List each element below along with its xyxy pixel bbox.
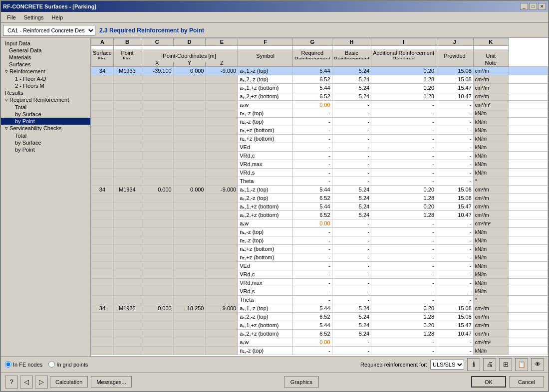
radio-fe-nodes-input[interactable] [5, 361, 11, 368]
data-table-area[interactable]: A B C D E F G H I J K [91, 38, 548, 356]
sidebar-item-total[interactable]: Total [1, 104, 90, 111]
cell-surface-no [91, 219, 114, 228]
table-row[interactable]: aₛ,2,-z (top)6.525.241.2815.08cm²/m [91, 75, 548, 84]
sidebar-item-by-point-2[interactable]: by Point [1, 146, 90, 153]
export-button[interactable]: 📋 [515, 358, 528, 371]
calculation-button[interactable]: Calculation [50, 376, 88, 388]
radio-fe-nodes[interactable]: In FE nodes [5, 361, 42, 368]
cell-surface-no [91, 245, 114, 253]
table-row[interactable]: VEd----kN/m [91, 262, 548, 270]
cell-note [508, 202, 548, 211]
sidebar-item-surfaces[interactable]: Surfaces [1, 61, 90, 68]
table-row[interactable]: aₛ,2,-z (top)6.525.241.2815.08cm²/m [91, 313, 548, 321]
table-row[interactable]: n₂,-z (top)----kN/m [91, 118, 548, 126]
cell-point-no [113, 109, 141, 118]
table-row[interactable]: n₂,-z (top)----kN/m [91, 236, 548, 245]
table-row[interactable]: n₂,+z (bottom)----kN/m [91, 253, 548, 262]
table-row[interactable]: aₛw0.00---cm²/m² [91, 338, 548, 347]
cell-basic-reinforcement: 5.24 [332, 304, 371, 313]
cell-req-reinforcement: 5.44 [293, 321, 332, 330]
table-row[interactable]: aₛ,1,+z (bottom)5.445.240.2015.47cm²/m [91, 321, 548, 330]
radio-grid-points[interactable]: In grid points [48, 361, 88, 368]
cell-basic-reinforcement: 5.24 [332, 202, 371, 211]
sidebar-item-input-data[interactable]: Input Data [1, 40, 90, 47]
table-row[interactable]: n₁,-z (top)----kN/m [91, 228, 548, 236]
footer-center: Calculation Messages... [50, 376, 132, 388]
sidebar-item-general-data[interactable]: General Data [1, 47, 90, 54]
cell-x [141, 262, 173, 270]
table-row[interactable]: n₁,+z (bottom)----kN/m [91, 245, 548, 253]
table-row[interactable]: aₛw0.00---cm²/m² [91, 101, 548, 109]
table-row[interactable]: aₛ,2,+z (bottom)6.525.241.2810.47cm²/m [91, 92, 548, 101]
table-row[interactable]: VRd,c----kN/m [91, 270, 548, 279]
close-button[interactable]: ✕ [538, 3, 546, 10]
sidebar-item-reinforcement[interactable]: ▿ Reinforcement [1, 68, 90, 75]
table-row[interactable]: aₛ,2,+z (bottom)6.525.241.2810.47cm²/m [91, 330, 548, 338]
messages-button[interactable]: Messages... [91, 376, 131, 388]
sidebar-item-total-2[interactable]: Total [1, 132, 90, 139]
help-button[interactable]: ? [5, 376, 18, 389]
table-row[interactable]: aₛ,1,+z (bottom)5.445.240.2015.47cm²/m [91, 202, 548, 211]
sidebar-item-by-surface-2[interactable]: by Surface [1, 139, 90, 146]
menu-help[interactable]: Help [47, 13, 67, 21]
table-row[interactable]: Theta----° [91, 296, 548, 304]
sidebar-item-by-point[interactable]: by Point [1, 118, 90, 125]
menu-file[interactable]: File [3, 13, 20, 21]
table-row[interactable]: VRd,s----kN/m [91, 287, 548, 296]
cell-y [173, 92, 206, 101]
table-row[interactable]: n₁,+z (bottom)----kN/m [91, 126, 548, 135]
ok-button[interactable]: OK [471, 376, 506, 388]
table-row[interactable]: 34M19340.0000.000-9.000aₛ,1,-z (top)5.44… [91, 186, 548, 194]
cell-additional-req: - [371, 101, 436, 109]
graphics-button[interactable]: Graphics [284, 376, 319, 388]
table-row[interactable]: n₂,+z (bottom)----kN/m [91, 135, 548, 143]
table-row[interactable]: VRd,max----kN/m [91, 160, 548, 169]
table-row[interactable]: n₁,-z (top)----kN/m [91, 109, 548, 118]
maximize-button[interactable]: □ [529, 3, 537, 10]
cell-point-no [113, 313, 141, 321]
cell-symbol: aₛ,1,+z (bottom) [238, 321, 293, 330]
cancel-button[interactable]: Cancel [509, 376, 544, 388]
sidebar-item-by-surface[interactable]: by Surface [1, 111, 90, 118]
cell-z [206, 347, 238, 355]
forward-button[interactable]: ▷ [35, 376, 48, 389]
sidebar-item-results[interactable]: Results [1, 89, 90, 96]
table-row[interactable]: aₛw0.00---cm²/m² [91, 219, 548, 228]
cell-symbol: VRd,s [238, 287, 293, 296]
back-button[interactable]: ◁ [20, 376, 33, 389]
table-row[interactable]: aₛ,1,+z (bottom)5.445.240.2015.47cm²/m [91, 84, 548, 92]
cell-surface-no [91, 194, 114, 202]
table-row[interactable]: n₁,-z (top)----kN/m [91, 347, 548, 355]
table-row[interactable]: VRd,max----kN/m [91, 279, 548, 287]
sidebar-item-materials[interactable]: Materials [1, 54, 90, 61]
cell-additional-req: - [371, 296, 436, 304]
sidebar-item-serviceability[interactable]: ▿ Serviceability Checks [1, 125, 90, 132]
col-i-header: I [371, 38, 436, 46]
cell-additional-req: - [371, 287, 436, 296]
sidebar-item-required-reinforcement[interactable]: ▿ Required Reinforcement [1, 96, 90, 104]
table-row[interactable]: Theta----° [91, 177, 548, 186]
table-row[interactable]: aₛ,2,-z (top)6.525.241.2815.08cm²/m [91, 194, 548, 202]
cell-z [206, 194, 238, 202]
menu-settings[interactable]: Settings [20, 13, 48, 21]
table-row[interactable]: VRd,c----kN/m [91, 152, 548, 160]
radio-grid-points-input[interactable] [48, 361, 55, 368]
cell-unit: kN/m [473, 126, 508, 135]
table-row[interactable]: aₛ,2,+z (bottom)6.525.241.2810.47cm²/m [91, 211, 548, 219]
view-button[interactable]: 👁 [531, 358, 544, 371]
sidebar-item-floor-ad[interactable]: 1 - Floor A-D [1, 75, 90, 82]
filter-button[interactable]: ⊞ [499, 358, 512, 371]
module-selector[interactable]: CA1 - Reinforced Concrete Des [3, 25, 95, 36]
sidebar-item-floors-m[interactable]: 2 - Floors M [1, 82, 90, 89]
table-row[interactable]: 34M19350.000-18.250-9.000aₛ,1,-z (top)5.… [91, 304, 548, 313]
cell-req-reinforcement: - [293, 169, 332, 177]
print-button[interactable]: 🖨 [483, 358, 496, 371]
reinforcement-combo[interactable]: ULS/SLS ULS SLS [430, 360, 464, 370]
info-button[interactable]: ℹ [467, 358, 480, 371]
table-row[interactable]: VEd----kN/m [91, 143, 548, 152]
cell-x [141, 236, 173, 245]
table-row[interactable]: VRd,s----kN/m [91, 169, 548, 177]
cell-basic-reinforcement: 5.24 [332, 211, 371, 219]
minimize-button[interactable]: _ [520, 3, 528, 10]
table-row[interactable]: 34M1933-39.1000.000-9.000aₛ,1,-z (top)5.… [91, 67, 548, 75]
